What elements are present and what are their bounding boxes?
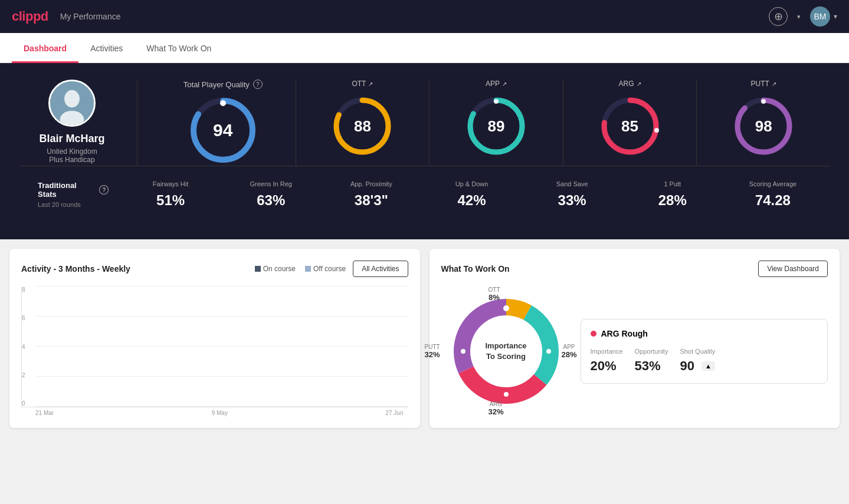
bar-chart: 8 6 4 2 0 — [21, 286, 408, 416]
detail-card: ARG Rough Importance 20% Opportunity 53%… — [581, 319, 828, 384]
stat-proximity: App. Proximity 38'3" — [333, 180, 409, 209]
avatar-chevron-icon: ▾ — [834, 12, 837, 21]
x-label-0: 21 Mar — [35, 410, 54, 416]
stat-sandsave: Sand Save 33% — [534, 180, 611, 209]
opportunity-metric: Opportunity 53% — [635, 348, 668, 374]
svg-point-10 — [494, 99, 499, 104]
logo[interactable]: clippd — [12, 9, 48, 24]
putt-arrow-icon: ↗ — [772, 81, 776, 87]
tab-activities[interactable]: Activities — [78, 33, 135, 63]
header-left: clippd My Performance — [12, 9, 120, 24]
stat-greens: Greens In Reg 63% — [232, 180, 309, 209]
putt-gauge-container: 98 — [731, 94, 796, 159]
tabs-nav: Dashboard Activities What To Work On — [0, 33, 849, 63]
donut-chart-area: ImportanceTo Scoring OTT 8% APP 28% ARG … — [441, 286, 571, 416]
arg-gauge-container: 85 — [598, 94, 663, 159]
shot-quality-value: 90 — [680, 358, 694, 374]
player-info: Blair McHarg United Kingdom Plus Handica… — [19, 80, 137, 164]
legend-offcourse: Off course — [305, 265, 346, 273]
add-button[interactable]: ⊕ — [769, 7, 788, 26]
y-label-4: 4 — [22, 344, 25, 350]
oneputt-label: 1 Putt — [664, 180, 681, 187]
ott-gauge-container: 88 — [330, 94, 395, 159]
sandsave-value: 33% — [558, 192, 586, 209]
proximity-label: App. Proximity — [350, 180, 392, 187]
arg-arrow-icon: ↗ — [637, 81, 641, 87]
app-arrow-icon: ↗ — [502, 81, 507, 87]
all-activities-button[interactable]: All Activities — [353, 261, 408, 277]
shot-quality-label: Shot Quality — [680, 348, 715, 355]
bar-chart-area: 8 6 4 2 0 — [21, 286, 408, 407]
app-gauge-container: 89 — [464, 94, 529, 159]
importance-value: 20% — [591, 358, 623, 374]
grid-line-8 — [36, 286, 408, 286]
shot-quality-metric: Shot Quality 90 ▲ — [680, 348, 715, 374]
total-gauge-container: 94 — [188, 95, 258, 166]
gauge-putt: PUTT ↗ 98 — [697, 80, 830, 166]
arg-donut-label: ARG 32% — [489, 401, 504, 416]
plus-icon: ⊕ — [774, 10, 783, 23]
header: clippd My Performance ⊕ ▾ BM ▾ — [0, 0, 849, 33]
oncourse-legend-dot — [255, 266, 261, 272]
grid-line-4 — [36, 346, 408, 347]
greens-value: 63% — [257, 192, 285, 209]
trad-stats-title: Traditional Stats ? Last 20 rounds — [38, 181, 109, 208]
work-on-content: ImportanceTo Scoring OTT 8% APP 28% ARG … — [441, 286, 828, 416]
x-label-1: 9 May — [212, 410, 228, 416]
info-icon[interactable]: ? — [253, 80, 263, 89]
total-gauge-label: Total Player Quality ? — [183, 80, 263, 89]
avatar-button[interactable]: BM ▾ — [810, 6, 837, 27]
player-handicap: Plus Handicap — [49, 156, 94, 164]
svg-point-13 — [654, 128, 659, 133]
trad-stats-info-icon[interactable]: ? — [99, 185, 109, 195]
tab-dashboard[interactable]: Dashboard — [12, 33, 78, 63]
view-dashboard-button[interactable]: View Dashboard — [758, 261, 828, 277]
oneputt-value: 28% — [658, 192, 687, 209]
svg-point-16 — [761, 99, 766, 104]
gauge-ott: OTT ↗ 88 — [296, 80, 430, 166]
shot-quality-badge: ▲ — [702, 361, 715, 371]
stat-fairways: Fairways Hit 51% — [132, 180, 209, 209]
y-label-2: 2 — [22, 372, 25, 378]
activity-chart-title: Activity - 3 Months - Weekly — [21, 264, 130, 274]
gauge-arg: ARG ↗ 85 — [563, 80, 697, 166]
opportunity-value: 53% — [635, 358, 668, 374]
tab-what-to-work-on[interactable]: What To Work On — [135, 33, 223, 63]
work-on-card: What To Work On View Dashboard — [430, 249, 840, 428]
trad-stats-heading: Traditional Stats ? — [38, 181, 109, 199]
activity-legend: On course Off course — [255, 265, 346, 273]
detail-metrics: Importance 20% Opportunity 53% Shot Qual… — [591, 348, 818, 374]
putt-score: 98 — [755, 117, 772, 136]
scoring-value: 74.28 — [755, 192, 791, 209]
logo-text: clippd — [12, 9, 48, 24]
activity-legend-area: On course Off course All Activities — [255, 261, 408, 277]
arg-score: 85 — [621, 117, 638, 136]
stats-top: Blair McHarg United Kingdom Plus Handica… — [19, 80, 830, 166]
y-label-6: 6 — [22, 315, 25, 321]
stat-oneputt: 1 Putt 28% — [634, 180, 711, 209]
ott-score: 88 — [354, 117, 371, 136]
stat-scoring: Scoring Average 74.28 — [735, 180, 811, 209]
activity-card: Activity - 3 Months - Weekly On course O… — [9, 249, 420, 428]
grid-line-0 — [36, 406, 408, 407]
gauge-app: APP ↗ 89 — [430, 80, 563, 166]
app-score: 89 — [488, 117, 505, 136]
player-name: Blair McHarg — [39, 133, 104, 145]
updown-value: 42% — [457, 192, 486, 209]
y-label-8: 8 — [22, 286, 25, 293]
app-donut-label: APP 28% — [561, 344, 576, 359]
player-country: United Kingdom — [47, 147, 97, 156]
sandsave-label: Sand Save — [556, 180, 588, 187]
avatar-initials: BM — [814, 12, 827, 21]
header-right: ⊕ ▾ BM ▾ — [769, 6, 837, 27]
work-on-title: What To Work On — [441, 264, 510, 274]
offcourse-legend-dot — [305, 266, 311, 272]
avatar-image — [50, 80, 94, 127]
trad-stats-subtitle: Last 20 rounds — [38, 201, 109, 208]
ott-arrow-icon: ↗ — [368, 81, 373, 87]
ott-donut-label: OTT 8% — [489, 286, 500, 302]
importance-label: Importance — [591, 348, 623, 355]
gauges-section: Total Player Quality ? 94 OTT ↗ — [137, 80, 830, 166]
bottom-section: Activity - 3 Months - Weekly On course O… — [0, 239, 849, 437]
chevron-down-icon: ▾ — [797, 13, 801, 21]
